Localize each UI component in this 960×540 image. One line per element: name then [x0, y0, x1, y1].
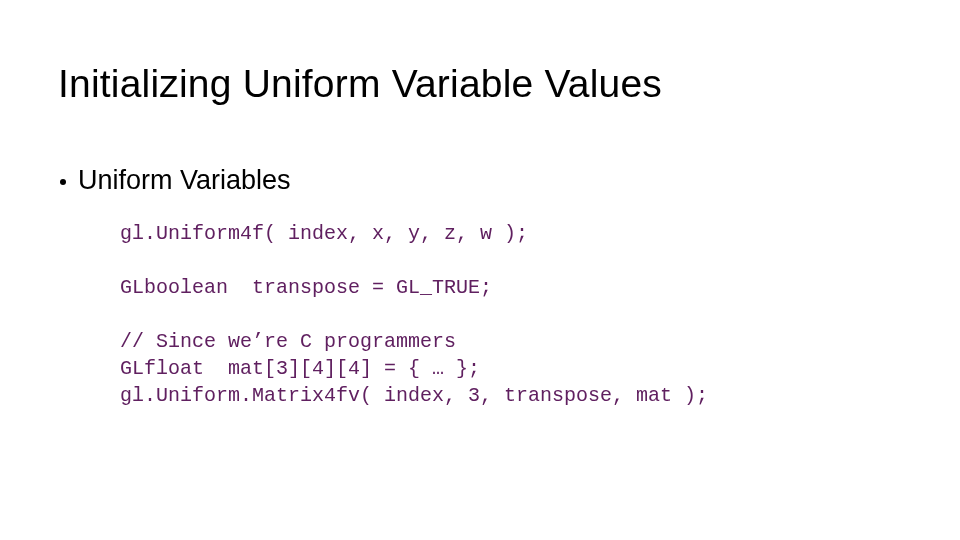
bullet-text: Uniform Variables [78, 165, 291, 196]
code-block: gl.Uniform4f( index, x, y, z, w ); GLboo… [120, 220, 708, 409]
slide: Initializing Uniform Variable Values Uni… [0, 0, 960, 540]
slide-title: Initializing Uniform Variable Values [58, 62, 662, 106]
bullet-dot-icon [60, 179, 66, 185]
bullet-item: Uniform Variables [60, 165, 291, 196]
